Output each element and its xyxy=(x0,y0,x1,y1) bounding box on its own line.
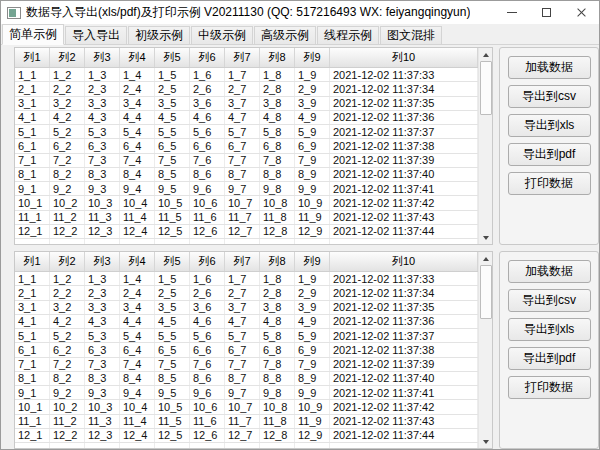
table-cell[interactable]: 6_7 xyxy=(225,139,260,152)
table-cell[interactable]: 2021-12-02 11:37:35 xyxy=(330,301,478,314)
table-cell[interactable]: 2_4 xyxy=(120,82,155,95)
scroll-down-button[interactable] xyxy=(479,435,492,448)
table-cell[interactable]: 8_6 xyxy=(190,372,225,385)
table-cell[interactable]: 4_6 xyxy=(190,315,225,328)
table-row[interactable]: 12_112_212_312_412_512_612_712_812_92021… xyxy=(15,429,478,443)
table-cell[interactable]: 12_3 xyxy=(85,225,120,238)
table-cell[interactable]: 11_8 xyxy=(260,415,295,428)
table-cell[interactable]: 7_4 xyxy=(120,154,155,167)
column-header[interactable]: 列5 xyxy=(155,48,190,67)
table-cell[interactable]: 5_2 xyxy=(50,329,85,342)
table-cell[interactable]: 3_6 xyxy=(190,301,225,314)
table-cell[interactable]: 2021-12-02 11:37:36 xyxy=(330,315,478,328)
table-cell[interactable]: 1_5 xyxy=(155,272,190,285)
table-cell[interactable]: 2021-12-02 11:37:41 xyxy=(330,386,478,399)
column-header[interactable]: 列2 xyxy=(50,252,85,271)
table-cell[interactable]: 3_8 xyxy=(260,97,295,110)
table-cell[interactable]: 5_8 xyxy=(260,125,295,138)
table-cell[interactable]: 5_4 xyxy=(120,329,155,342)
table-cell[interactable]: 2021-12-02 11:37:39 xyxy=(330,358,478,371)
table-cell[interactable]: 7_8 xyxy=(260,154,295,167)
table-cell[interactable]: 4_7 xyxy=(225,315,260,328)
column-header[interactable]: 列9 xyxy=(295,48,330,67)
table-cell[interactable]: 5_7 xyxy=(225,329,260,342)
table-cell[interactable]: 10_2 xyxy=(50,400,85,413)
table-cell[interactable]: 11_2 xyxy=(50,415,85,428)
table-row[interactable]: 1_11_21_31_41_51_61_71_81_92021-12-02 11… xyxy=(15,272,478,286)
table-cell[interactable]: 2021-12-02 11:37:42 xyxy=(330,400,478,413)
table-cell[interactable]: 6_6 xyxy=(190,343,225,356)
table-cell[interactable]: 2_5 xyxy=(155,82,190,95)
table-cell[interactable]: 2_6 xyxy=(190,82,225,95)
title-bar[interactable]: 数据导入导出(xls/pdf)及打印示例 V20211130 (QQ: 5172… xyxy=(1,1,599,24)
table-cell[interactable]: 9_8 xyxy=(260,386,295,399)
scroll-up-button[interactable] xyxy=(479,252,492,265)
column-header[interactable]: 列7 xyxy=(225,48,260,67)
table-cell[interactable]: 5_1 xyxy=(15,125,50,138)
table-cell[interactable]: 7_8 xyxy=(260,358,295,371)
table-cell[interactable]: 11_3 xyxy=(85,415,120,428)
table-cell[interactable]: 2021-12-02 11:37:36 xyxy=(330,111,478,124)
table-cell[interactable]: 7_6 xyxy=(190,358,225,371)
table-cell[interactable]: 6_1 xyxy=(15,139,50,152)
table-cell[interactable]: 2021-12-02 11:37:33 xyxy=(330,272,478,285)
table-cell[interactable]: 5_6 xyxy=(190,125,225,138)
table-cell[interactable]: 8_1 xyxy=(15,168,50,181)
table-cell[interactable]: 3_8 xyxy=(260,301,295,314)
maximize-button[interactable] xyxy=(529,1,564,24)
table-cell[interactable]: 8_5 xyxy=(155,168,190,181)
table-cell[interactable]: 4_9 xyxy=(295,111,330,124)
table-cell[interactable]: 10_5 xyxy=(155,196,190,209)
table-cell[interactable]: 2_1 xyxy=(15,286,50,299)
table-cell[interactable]: 5_5 xyxy=(155,125,190,138)
table-cell[interactable]: 9_2 xyxy=(50,386,85,399)
table-row[interactable]: 12_112_212_312_412_512_612_712_812_92021… xyxy=(15,225,478,239)
table-cell[interactable]: 5_3 xyxy=(85,125,120,138)
table-cell[interactable]: 1_2 xyxy=(50,272,85,285)
table-cell[interactable]: 4_1 xyxy=(15,111,50,124)
table-cell[interactable]: 11_1 xyxy=(15,211,50,224)
table-cell[interactable]: 6_9 xyxy=(295,139,330,152)
table-cell[interactable]: 1_1 xyxy=(15,68,50,81)
table-cell[interactable]: 2_4 xyxy=(120,286,155,299)
table-cell[interactable]: 2_3 xyxy=(85,82,120,95)
table-cell[interactable]: 1_4 xyxy=(120,272,155,285)
table-cell[interactable]: 3_5 xyxy=(155,301,190,314)
table-row[interactable]: 2_12_22_32_42_52_62_72_82_92021-12-02 11… xyxy=(15,82,478,96)
load-data-button[interactable]: 加载数据 xyxy=(508,56,591,79)
table-row[interactable]: 4_14_24_34_44_54_64_74_84_92021-12-02 11… xyxy=(15,111,478,125)
print-data-button[interactable]: 打印数据 xyxy=(508,172,591,195)
table-cell[interactable]: 4_3 xyxy=(85,315,120,328)
table-row[interactable]: 10_110_210_310_410_510_610_710_810_92021… xyxy=(15,400,478,414)
table-cell[interactable]: 3_1 xyxy=(15,301,50,314)
table-cell[interactable]: 2021-12-02 11:37:39 xyxy=(330,154,478,167)
table-cell[interactable]: 11_7 xyxy=(225,211,260,224)
table-cell[interactable]: 4_7 xyxy=(225,111,260,124)
table-cell[interactable]: 11_5 xyxy=(155,415,190,428)
table-cell[interactable]: 11_7 xyxy=(225,415,260,428)
table-cell[interactable]: 12_7 xyxy=(225,429,260,442)
table-cell[interactable]: 11_5 xyxy=(155,211,190,224)
table-cell[interactable]: 2021-12-02 11:37:44 xyxy=(330,429,478,442)
scrollbar-thumb[interactable] xyxy=(480,61,492,115)
table-cell[interactable]: 2_6 xyxy=(190,286,225,299)
table-cell[interactable]: 7_9 xyxy=(295,154,330,167)
table-row[interactable]: 2_12_22_32_42_52_62_72_82_92021-12-02 11… xyxy=(15,286,478,300)
table-cell[interactable]: 5_5 xyxy=(155,329,190,342)
table-cell[interactable]: 9_2 xyxy=(50,182,85,195)
column-header[interactable]: 列7 xyxy=(225,252,260,271)
table-cell[interactable]: 7_5 xyxy=(155,358,190,371)
table-cell[interactable]: 5_8 xyxy=(260,329,295,342)
table-cell[interactable]: 11_3 xyxy=(85,211,120,224)
table-cell[interactable]: 4_2 xyxy=(50,315,85,328)
table-cell[interactable]: 10_6 xyxy=(190,196,225,209)
table-cell[interactable]: 7_6 xyxy=(190,154,225,167)
table-cell[interactable]: 5_9 xyxy=(295,125,330,138)
table-cell[interactable]: 7_2 xyxy=(50,358,85,371)
table-cell[interactable]: 1_4 xyxy=(120,68,155,81)
export-xls-button[interactable]: 导出到xls xyxy=(508,114,591,137)
table-cell[interactable]: 6_4 xyxy=(120,139,155,152)
table-row[interactable]: 8_18_28_38_48_58_68_78_88_92021-12-02 11… xyxy=(15,168,478,182)
column-header[interactable]: 列3 xyxy=(85,252,120,271)
table-cell[interactable]: 2021-12-02 11:37:44 xyxy=(330,225,478,238)
